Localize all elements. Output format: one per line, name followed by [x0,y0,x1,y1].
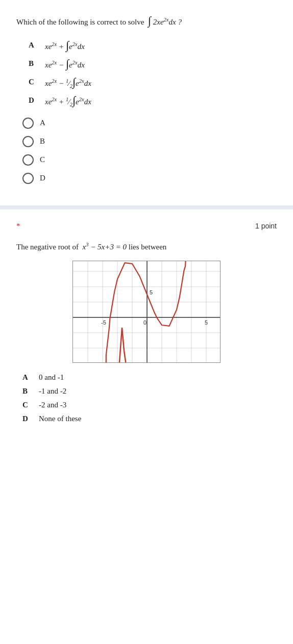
option-row-c: C xe2x − 1⁄2∫e2xdx [29,76,277,89]
radio-row-b[interactable]: B [22,136,277,147]
radio-row-a[interactable]: A [22,118,277,129]
question-2-text: The negative root of x3 − 5x+3 = 0 lies … [16,241,277,253]
graph-svg: -5 0 5 5 [73,261,221,363]
graph-container: -5 0 5 5 [72,261,221,363]
options-table: A xe2x + ∫e2xdx B xe2x − ∫e2xdx C xe2x −… [29,39,277,107]
points-label: 1 point [255,222,277,231]
radio-row-c[interactable]: C [22,154,277,166]
svg-text:-5: -5 [101,319,106,326]
answer-text-b: -1 and -2 [39,387,66,396]
answer-text-a: 0 and -1 [39,373,64,382]
option-row-d: D xe2x + 1⁄2∫e2xdx [29,94,277,107]
answer-text-c: -2 and -3 [39,401,66,409]
section-divider [0,205,293,210]
answer-label-d: D [22,415,33,423]
svg-text:5: 5 [205,319,208,326]
question-1-label: Which of the following is correct to sol… [16,18,144,26]
asterisk-row: * 1 point [16,222,277,231]
radio-group-1: A B C D [22,118,277,184]
svg-text:0: 0 [143,319,146,326]
answer-row-d: D None of these [22,415,277,423]
answers-section-2: A 0 and -1 B -1 and -2 C -2 and -3 D Non… [22,373,277,423]
q2-outro: lies between [129,243,167,251]
question-1-section: Which of the following is correct to sol… [0,0,293,205]
answer-label-a: A [22,373,33,382]
option-content-b: xe2x − ∫e2xdx [45,57,85,71]
q2-equation: x3 − 5x+3 = 0 [81,243,127,251]
question-2-section: * 1 point The negative root of x3 − 5x+3… [0,210,293,443]
option-content-d: xe2x + 1⁄2∫e2xdx [45,94,91,107]
radio-label-a: A [40,119,45,127]
answer-label-b: B [22,387,33,396]
option-row-a: A xe2x + ∫e2xdx [29,39,277,52]
answer-row-a: A 0 and -1 [22,373,277,382]
radio-d[interactable] [22,173,34,184]
answer-row-b: B -1 and -2 [22,387,277,396]
answer-label-c: C [22,401,33,409]
option-label-c: C [29,78,39,86]
radio-a[interactable] [22,118,34,129]
option-row-b: B xe2x − ∫e2xdx [29,57,277,71]
radio-row-d[interactable]: D [22,173,277,184]
radio-label-b: B [40,137,45,146]
option-content-c: xe2x − 1⁄2∫e2xdx [45,76,91,89]
q2-intro: The negative root of [16,243,79,251]
option-label-a: A [29,41,39,50]
answer-row-c: C -2 and -3 [22,401,277,409]
option-label-b: B [29,59,39,68]
radio-b[interactable] [22,136,34,147]
integral-expression: ∫ 2xe2xdx ? [146,18,182,26]
radio-label-c: C [40,155,45,164]
answer-text-d: None of these [39,415,81,423]
option-label-d: D [29,96,39,105]
option-content-a: xe2x + ∫e2xdx [45,39,85,52]
required-asterisk: * [16,222,20,231]
svg-text:5: 5 [150,289,153,295]
radio-c[interactable] [22,154,34,166]
radio-label-d: D [40,174,45,182]
question-1-text: Which of the following is correct to sol… [16,12,277,30]
